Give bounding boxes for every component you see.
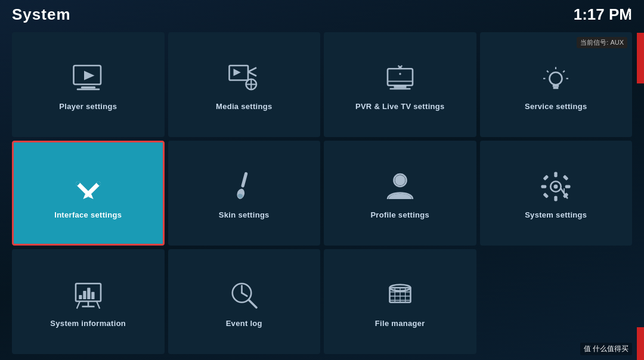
interface-icon bbox=[69, 167, 107, 206]
svg-point-18 bbox=[550, 72, 562, 85]
pvr-icon bbox=[381, 59, 419, 97]
red-bar-top bbox=[637, 33, 644, 83]
svg-rect-43 bbox=[543, 175, 549, 181]
screen: System 1:17 PM Player settings bbox=[0, 0, 644, 360]
corner-dots: ⋮ bbox=[623, 5, 636, 19]
svg-rect-40 bbox=[555, 195, 558, 201]
svg-point-38 bbox=[554, 184, 558, 188]
red-bar-bottom bbox=[637, 327, 644, 360]
system-settings-label: System settings bbox=[525, 210, 587, 219]
grid-item-system-settings[interactable]: System settings bbox=[480, 141, 633, 246]
svg-line-8 bbox=[248, 72, 256, 76]
system-settings-icon bbox=[537, 167, 575, 206]
grid-item-system-information[interactable]: System information bbox=[12, 249, 165, 354]
svg-marker-5 bbox=[234, 69, 241, 76]
svg-rect-11 bbox=[388, 69, 413, 85]
svg-rect-20 bbox=[553, 86, 559, 89]
sysinfo-icon bbox=[69, 276, 107, 314]
grid-item-skin-settings[interactable]: Skin settings bbox=[168, 141, 321, 246]
grid-item-pvr-settings[interactable]: PVR & Live TV settings bbox=[324, 32, 476, 137]
svg-rect-3 bbox=[77, 88, 100, 90]
grid-item-service-settings[interactable]: 当前信号: AUX Service settings bbox=[480, 32, 633, 137]
file-manager-label: File manager bbox=[375, 319, 425, 328]
grid-item-interface-settings[interactable]: Interface settings bbox=[12, 141, 165, 246]
svg-line-22 bbox=[564, 70, 565, 72]
pvr-settings-label: PVR & Live TV settings bbox=[355, 102, 445, 111]
grid-item-file-manager[interactable]: File manager bbox=[324, 249, 476, 354]
page-title: System bbox=[12, 5, 71, 24]
grid-item-event-log[interactable]: Event log bbox=[168, 249, 321, 354]
svg-line-57 bbox=[97, 301, 100, 308]
svg-rect-19 bbox=[553, 85, 559, 87]
svg-line-61 bbox=[249, 300, 256, 307]
event-log-label: Event log bbox=[226, 319, 262, 328]
watermark-text: 值 什么值得买 bbox=[584, 345, 628, 353]
profile-icon bbox=[381, 167, 419, 206]
svg-line-60 bbox=[242, 293, 247, 296]
svg-line-23 bbox=[547, 70, 549, 72]
svg-line-56 bbox=[77, 301, 80, 308]
skin-settings-label: Skin settings bbox=[219, 210, 270, 219]
svg-rect-13 bbox=[389, 88, 410, 89]
media-icon bbox=[225, 59, 263, 97]
system-information-label: System information bbox=[50, 319, 126, 328]
top-bar: System 1:17 PM bbox=[0, 0, 644, 29]
svg-rect-52 bbox=[79, 295, 82, 299]
player-icon bbox=[69, 59, 107, 97]
svg-rect-2 bbox=[81, 86, 96, 89]
grid-item-media-settings[interactable]: Media settings bbox=[168, 32, 321, 137]
eventlog-icon bbox=[225, 276, 263, 314]
svg-rect-41 bbox=[541, 185, 547, 188]
svg-rect-45 bbox=[543, 192, 549, 198]
filemanager-icon bbox=[381, 276, 419, 314]
svg-line-7 bbox=[248, 67, 256, 72]
settings-grid: Player settings Media settings bbox=[0, 29, 644, 360]
svg-rect-12 bbox=[394, 85, 406, 88]
grid-item-empty bbox=[480, 249, 633, 354]
interface-settings-label: Interface settings bbox=[54, 210, 122, 219]
svg-rect-44 bbox=[563, 175, 569, 181]
service-signal-label: 当前信号: AUX bbox=[577, 37, 627, 48]
grid-item-profile-settings[interactable]: Profile settings bbox=[324, 141, 476, 246]
service-settings-label: Service settings bbox=[525, 102, 587, 111]
svg-rect-32 bbox=[241, 172, 248, 188]
svg-point-15 bbox=[399, 73, 401, 75]
profile-settings-label: Profile settings bbox=[370, 210, 429, 219]
service-icon bbox=[537, 59, 575, 97]
svg-rect-39 bbox=[555, 172, 558, 177]
grid-item-player-settings[interactable]: Player settings bbox=[12, 32, 165, 137]
media-settings-label: Media settings bbox=[216, 102, 273, 111]
svg-rect-42 bbox=[565, 185, 571, 188]
svg-point-36 bbox=[395, 175, 405, 185]
svg-rect-53 bbox=[83, 291, 86, 299]
svg-rect-54 bbox=[87, 287, 90, 299]
watermark: 值 什么值得买 bbox=[580, 343, 632, 355]
svg-rect-55 bbox=[91, 291, 94, 299]
skin-icon bbox=[225, 167, 263, 206]
svg-marker-1 bbox=[84, 70, 95, 80]
player-settings-label: Player settings bbox=[59, 102, 117, 111]
